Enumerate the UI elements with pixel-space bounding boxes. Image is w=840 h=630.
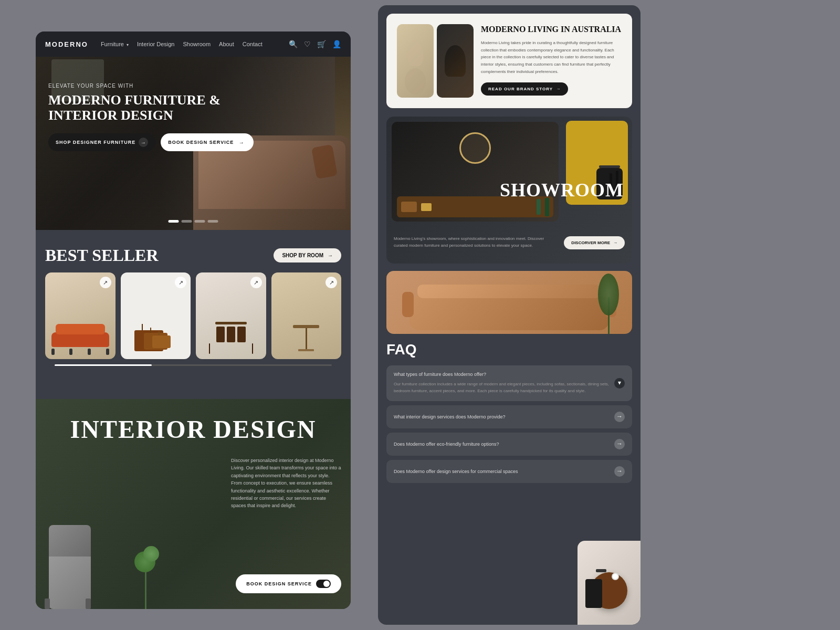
faq-toggle-icon-4: → bbox=[614, 466, 625, 477]
faq-title: FAQ bbox=[386, 341, 632, 358]
hero-content: ELEVATE YOUR SPACE WITH MODERNO FURNITUR… bbox=[48, 83, 256, 151]
product-link-icon: ↗ bbox=[175, 277, 186, 288]
right-panel: MODERNO LIVING IN AUSTRALIA Moderno Livi… bbox=[378, 5, 640, 625]
product-link-icon: ↗ bbox=[100, 277, 111, 288]
product-card-sofa[interactable]: ↗ bbox=[45, 272, 116, 359]
dot-4[interactable] bbox=[208, 220, 218, 223]
about-description: Moderno Living takes pride in curating a… bbox=[481, 39, 622, 75]
showroom-main-image bbox=[392, 122, 559, 222]
best-seller-title: BEST SELLER bbox=[45, 246, 159, 265]
showroom-description: Moderno Living's showroom, where sophist… bbox=[394, 236, 556, 249]
book-design-button[interactable]: BOOK DESIGN SERVICE → bbox=[161, 133, 254, 151]
about-content: MODERNO LIVING IN AUSTRALIA Moderno Livi… bbox=[481, 24, 622, 98]
progress-fill bbox=[55, 364, 152, 366]
left-panel: MODERNO Furniture Interior Design Showro… bbox=[36, 32, 351, 609]
nav-links: Furniture Interior Design Showroom About… bbox=[101, 41, 289, 47]
showroom-title: SHOWROOM bbox=[500, 179, 632, 201]
nav-icons: 🔍 ♡ 🛒 👤 bbox=[289, 40, 341, 49]
toggle-icon bbox=[316, 580, 331, 588]
arrow-right-icon: → bbox=[556, 87, 561, 91]
shop-designer-button[interactable]: SHOP DESIGNER FURNITURE → bbox=[48, 133, 155, 151]
arrow-right-icon: → bbox=[139, 138, 148, 147]
faq-toggle-icon-2: → bbox=[614, 412, 625, 422]
product-scroll-bar[interactable] bbox=[55, 364, 332, 366]
user-icon[interactable]: 👤 bbox=[332, 40, 341, 49]
dot-1[interactable] bbox=[169, 220, 179, 223]
sofa-hero-section bbox=[386, 271, 632, 334]
brand-logo[interactable]: MODERNO bbox=[45, 40, 88, 48]
faq-question-3: Does Moderno offer eco-friendly furnitur… bbox=[394, 442, 609, 447]
faq-toggle-icon-3: → bbox=[614, 439, 625, 449]
hero-title: MODERNO FURNITURE & INTERIOR DESIGN bbox=[48, 93, 256, 123]
best-seller-section: BEST SELLER SHOP BY ROOM → ↗ bbox=[36, 236, 351, 371]
cart-icon[interactable]: 🛒 bbox=[317, 40, 326, 49]
about-section: MODERNO LIVING IN AUSTRALIA Moderno Livi… bbox=[386, 14, 632, 108]
book-design-service-button[interactable]: BOOK DESIGN SERVICE bbox=[236, 574, 341, 593]
interior-design-title: INTERIOR DESIGN bbox=[36, 415, 351, 444]
hero-subtitle: ELEVATE YOUR SPACE WITH bbox=[48, 83, 256, 89]
search-icon[interactable]: 🔍 bbox=[289, 40, 298, 49]
section-header: BEST SELLER SHOP BY ROOM → bbox=[45, 246, 341, 265]
navbar: MODERNO Furniture Interior Design Showro… bbox=[36, 32, 351, 57]
interior-design-section: INTERIOR DESIGN Discover personalized in… bbox=[36, 399, 351, 609]
faq-question-2: What interior design services does Moder… bbox=[394, 414, 609, 419]
product-link-icon: ↗ bbox=[250, 277, 262, 288]
discover-more-button[interactable]: DISCORVER MORE → bbox=[564, 236, 625, 249]
dot-3[interactable] bbox=[195, 220, 205, 223]
interior-design-description: Discover personalized interior design at… bbox=[231, 457, 341, 510]
about-title: MODERNO LIVING IN AUSTRALIA bbox=[481, 24, 622, 34]
product-card-dining[interactable]: ↗ bbox=[196, 272, 266, 359]
nav-item-about[interactable]: About bbox=[219, 41, 234, 47]
about-image-2 bbox=[437, 24, 474, 98]
product-grid: ↗ ↗ bbox=[45, 272, 341, 359]
arrow-right-icon: → bbox=[613, 240, 617, 245]
dot-2[interactable] bbox=[182, 220, 192, 223]
faq-answer-1: Our furniture collection includes a wide… bbox=[394, 381, 609, 395]
nav-item-contact[interactable]: Contact bbox=[243, 41, 262, 47]
faq-item-2[interactable]: What interior design services does Moder… bbox=[386, 405, 632, 428]
showroom-bottom-bar: Moderno Living's showroom, where sophist… bbox=[386, 222, 632, 264]
hero-buttons: SHOP DESIGNER FURNITURE → BOOK DESIGN SE… bbox=[48, 133, 256, 151]
arrow-right-icon: → bbox=[237, 138, 246, 147]
showroom-mirror-decor bbox=[459, 132, 491, 164]
nav-item-showroom[interactable]: Showroom bbox=[183, 41, 211, 47]
product-card-side-table[interactable]: ↗ bbox=[271, 272, 342, 359]
about-image-1 bbox=[397, 24, 434, 98]
hero-section: ELEVATE YOUR SPACE WITH MODERNO FURNITUR… bbox=[36, 57, 351, 230]
wishlist-icon[interactable]: ♡ bbox=[304, 40, 311, 49]
faq-section: FAQ What types of furniture does Moderno… bbox=[386, 341, 632, 483]
faq-item-4[interactable]: Does Moderno offer design services for c… bbox=[386, 460, 632, 483]
faq-item-3[interactable]: Does Moderno offer eco-friendly furnitur… bbox=[386, 433, 632, 456]
nav-item-furniture[interactable]: Furniture bbox=[101, 41, 129, 47]
product-card-tables[interactable]: ↗ bbox=[121, 272, 191, 359]
faq-item-1[interactable]: What types of furniture does Moderno off… bbox=[386, 365, 632, 401]
nav-item-interior-design[interactable]: Interior Design bbox=[137, 41, 175, 47]
faq-question-1: What types of furniture does Moderno off… bbox=[394, 372, 609, 377]
chevron-down-icon bbox=[125, 41, 129, 47]
showroom-section: SHOWROOM Moderno Living's showroom, wher… bbox=[386, 117, 632, 264]
about-images bbox=[397, 24, 474, 98]
bottom-right-image bbox=[578, 541, 640, 625]
shop-by-room-button[interactable]: SHOP BY ROOM → bbox=[274, 248, 341, 262]
product-link-icon: ↗ bbox=[326, 277, 337, 288]
read-brand-story-button[interactable]: READ OUR BRAND STORY → bbox=[481, 82, 568, 96]
arrow-right-icon: → bbox=[328, 253, 333, 258]
carousel-dots bbox=[169, 220, 218, 223]
faq-question-4: Does Moderno offer design services for c… bbox=[394, 469, 609, 474]
faq-toggle-icon-1: ▾ bbox=[614, 378, 625, 388]
